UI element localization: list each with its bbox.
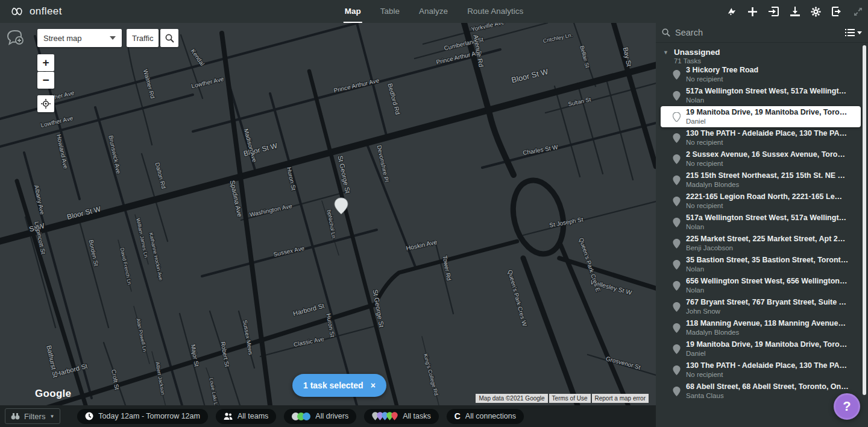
map-search-button[interactable]: [160, 29, 178, 47]
tasks-sidebar: ▼ Unassigned 71 Tasks 3 Hickory Tree Roa…: [656, 23, 868, 427]
list-item[interactable]: 3 Hickory Tree Road No recipient: [656, 64, 861, 85]
onfleet-logo[interactable]: onfleet: [0, 5, 133, 17]
map-data-credit: Map data ©2021 Google: [476, 394, 547, 403]
task-recipient: Daniel: [686, 349, 852, 358]
tab-route-analytics[interactable]: Route Analytics: [466, 0, 524, 23]
terms-of-use-link[interactable]: Terms of Use: [549, 394, 591, 403]
task-pin-icon: [673, 281, 681, 291]
import-icon[interactable]: [769, 7, 779, 17]
help-button[interactable]: ?: [834, 393, 860, 420]
my-location-button[interactable]: [37, 95, 54, 112]
list-item[interactable]: 767 Bryant Street, 767 Bryant Street, Su…: [656, 296, 861, 317]
selected-tasks-pill[interactable]: 1 task selected ×: [292, 374, 386, 397]
task-title: 656 Wellington Street West, 656 Wellingt…: [686, 277, 852, 286]
traffic-toggle-button[interactable]: Traffic: [127, 29, 159, 47]
task-pin-icon: [673, 365, 681, 375]
task-recipient: No recipient: [686, 75, 852, 83]
search-input[interactable]: [675, 28, 840, 37]
list-item[interactable]: 19 Manitoba Drive, 19 Manitoba Drive, To…: [661, 106, 861, 127]
task-pin-icon: [673, 344, 681, 354]
export-download-icon[interactable]: [790, 7, 800, 17]
list-item[interactable]: 215 15th Street Northeast, 215 15th St. …: [656, 169, 861, 191]
task-recipient: Nolan: [686, 265, 852, 273]
list-item[interactable]: 68 Abell Street, 68 Abell Street, Toront…: [656, 381, 861, 402]
list-item[interactable]: 656 Wellington Street West, 656 Wellingt…: [656, 275, 861, 296]
zoom-out-button[interactable]: −: [37, 72, 54, 89]
list-item[interactable]: 19 Manitoba Drive, 19 Manitoba Drive, To…: [656, 338, 861, 359]
task-recipient: Madalyn Blondes: [686, 180, 852, 189]
settings-gear-icon[interactable]: [811, 7, 821, 17]
clear-selection-icon[interactable]: ×: [371, 381, 376, 390]
task-recipient: No recipient: [686, 370, 852, 379]
main-tabs: Map Table Analyze Route Analytics: [344, 0, 524, 23]
task-recipient: No recipient: [686, 138, 852, 147]
task-recipient: Nolan: [686, 286, 852, 294]
logout-icon[interactable]: [832, 7, 842, 17]
collapse-caret-icon[interactable]: ▼: [663, 49, 668, 65]
binoculars-icon: [11, 413, 20, 420]
street-map[interactable]: Yorkville AveCumberland StCritchley Ln.B…: [0, 23, 656, 405]
tab-table[interactable]: Table: [379, 0, 401, 23]
task-recipient: Santa Claus: [686, 391, 852, 400]
drivers-filter[interactable]: All drivers: [284, 409, 356, 424]
list-item[interactable]: 2 Sussex Avenue, 16 Sussex Avenue, Toro……: [656, 148, 861, 169]
infinity-logo-icon: [10, 7, 24, 16]
report-map-error-link[interactable]: Report a map error: [592, 394, 649, 403]
task-title: 35 Bastion Street, 35 Bastion Street, To…: [686, 256, 852, 265]
google-logo: Google: [35, 388, 71, 400]
sidebar-scrollbar[interactable]: [863, 45, 866, 395]
zoom-in-button[interactable]: +: [37, 54, 54, 71]
task-status-pins-icon: [372, 412, 398, 420]
sidebar-search-row: [656, 23, 868, 43]
list-item[interactable]: 130 The PATH - Adelaide Place, 130 The P…: [656, 127, 861, 148]
map-canvas[interactable]: Yorkville AveCumberland StCritchley Ln.B…: [0, 23, 656, 405]
task-pin-icon: [673, 133, 681, 143]
tab-analyze[interactable]: Analyze: [418, 0, 449, 23]
chevron-down-icon: [857, 31, 862, 34]
list-item[interactable]: 225 Market Street, 225 Market Street, Ap…: [656, 233, 861, 254]
filters-button[interactable]: Filters ▼: [5, 408, 60, 424]
feedback-chat-icon[interactable]: [6, 29, 25, 47]
search-icon: [165, 34, 174, 43]
connections-filter[interactable]: C All connections: [447, 409, 524, 424]
filters-bar: Filters ▼ Today 12am - Tomorrow 12am All…: [0, 405, 656, 427]
clock-icon: [85, 412, 93, 420]
task-title: 19 Manitoba Drive, 19 Manitoba Drive, To…: [686, 108, 852, 117]
list-item[interactable]: 130 The PATH - Adelaide Place, 130 The P…: [656, 359, 861, 381]
add-task-icon[interactable]: [747, 7, 758, 17]
tab-map[interactable]: Map: [344, 0, 362, 23]
onfleet-app: onfleet Map Table Analyze Route Analytic…: [0, 0, 868, 427]
task-pin-icon: [673, 218, 681, 227]
task-title: 215 15th Street Northeast, 215 15th St. …: [686, 171, 852, 180]
list-item[interactable]: 517a Wellington Street West, 517a Wellin…: [656, 212, 861, 233]
list-view-options-button[interactable]: [845, 29, 862, 36]
list-item[interactable]: 517a Wellington Street West, 517a Wellin…: [656, 85, 861, 106]
top-navigation-bar: onfleet Map Table Analyze Route Analytic…: [0, 0, 868, 23]
task-pin-icon: [673, 302, 681, 312]
fullscreen-icon[interactable]: [853, 7, 863, 17]
map-type-selector[interactable]: Street map: [37, 29, 122, 47]
task-recipient: John Snow: [686, 307, 852, 315]
task-recipient: No recipient: [686, 159, 852, 168]
group-name: Unassigned: [674, 48, 720, 57]
task-pin-icon: [673, 323, 681, 333]
list-item[interactable]: 118 Manning Avenue, 118 Manning Avenue… …: [656, 317, 861, 338]
task-list: 3 Hickory Tree Road No recipient 517a We…: [656, 64, 861, 402]
filters-label: Filters: [24, 412, 45, 421]
list-item[interactable]: 2221-165 Legion Road North, 2221-165 Le……: [656, 191, 861, 212]
list-item[interactable]: 35 Bastion Street, 35 Bastion Street, To…: [656, 254, 861, 275]
date-range-filter[interactable]: Today 12am - Tomorrow 12am: [77, 409, 208, 424]
task-pin-icon: [673, 239, 681, 248]
teams-label: All teams: [237, 412, 268, 420]
bird-icon[interactable]: [726, 7, 737, 17]
task-title: 19 Manitoba Drive, 19 Manitoba Drive, To…: [686, 340, 852, 349]
unassigned-group-header[interactable]: ▼ Unassigned 71 Tasks: [656, 43, 868, 67]
teams-filter[interactable]: All teams: [216, 409, 276, 424]
tasks-filter[interactable]: All tasks: [364, 409, 439, 424]
search-icon: [662, 28, 670, 37]
driver-status-circles-icon: [292, 413, 310, 420]
task-title: 767 Bryant Street, 767 Bryant Street, Su…: [686, 298, 852, 307]
tasks-label: All tasks: [403, 412, 431, 420]
task-title: 130 The PATH - Adelaide Place, 130 The P…: [686, 129, 852, 138]
task-pin-icon: [673, 91, 681, 101]
